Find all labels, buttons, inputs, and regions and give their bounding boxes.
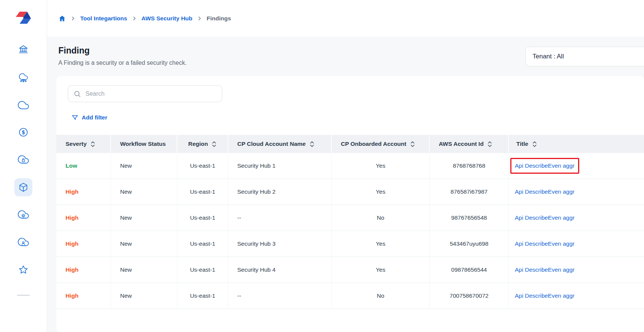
sidebar-item-cloud-network[interactable] <box>14 68 32 86</box>
star-icon <box>18 264 29 275</box>
search-box <box>68 85 222 102</box>
breadcrumb-aws-security-hub[interactable]: AWS Security Hub <box>142 15 192 22</box>
aws-account-id-value: 8768768768 <box>453 162 485 169</box>
column-label: Region <box>188 141 208 147</box>
sidebar-item-favorites[interactable] <box>14 261 32 279</box>
column-header-cp-onboarded-account[interactable]: CP Onboarded Account <box>332 135 430 153</box>
cell-aws-account-id: 09878656544 <box>430 257 509 283</box>
table-row: High New Us-east-1 Security Hub 4 Yes 09… <box>56 257 644 283</box>
workflow-status-value: New <box>120 188 132 195</box>
sidebar-item-billing[interactable]: $ <box>14 123 32 141</box>
workflow-status-value: New <box>120 292 132 299</box>
dollar-icon: $ <box>18 127 29 138</box>
cell-title: Api DescribeEven aggr <box>509 153 644 179</box>
cell-cp-onboarded-account: No <box>332 283 430 309</box>
sort-icon[interactable] <box>410 141 415 148</box>
workflow-status-value: New <box>120 266 132 273</box>
add-filter-button[interactable]: Add filter <box>72 114 107 121</box>
cell-severity: High <box>56 231 111 257</box>
cell-region: Us-east-1 <box>177 179 228 205</box>
sidebar: $ <box>0 0 47 332</box>
cell-workflow-status: New <box>111 283 177 309</box>
cell-aws-account-id: 8768768768 <box>430 153 509 179</box>
cell-title: Api DescribeEven aggr <box>509 231 644 257</box>
table-row: Low New Us-east-1 Security Hub 1 Yes 876… <box>56 153 644 179</box>
sidebar-divider <box>17 295 30 296</box>
breadcrumb-findings: Findings <box>207 15 231 22</box>
finding-title-link[interactable]: Api DescribeEven aggr <box>515 266 575 273</box>
region-value: Us-east-1 <box>190 292 215 299</box>
onboarded-value: No <box>377 214 385 221</box>
region-value: Us-east-1 <box>190 162 215 169</box>
column-header-workflow-status[interactable]: Workflow Status <box>111 135 177 153</box>
aws-account-id-value: 98767656548 <box>451 214 487 221</box>
finding-title-link[interactable]: Api DescribeEven aggr <box>515 292 575 299</box>
column-header-aws-account-id[interactable]: AWS Account Id <box>430 135 509 153</box>
cell-title: Api DescribeEven aggr <box>509 179 644 205</box>
cell-region: Us-east-1 <box>177 257 228 283</box>
sort-icon[interactable] <box>532 141 537 148</box>
home-icon[interactable] <box>58 15 66 22</box>
breadcrumb-tool-integrations[interactable]: Tool Integartions <box>80 15 127 22</box>
column-header-region[interactable]: Region <box>177 135 228 153</box>
finding-title-link[interactable]: Api DescribeEven aggr <box>515 240 575 247</box>
cell-cp-onboarded-account: Yes <box>332 257 430 283</box>
finding-title-link[interactable]: Api DescribeEven aggr <box>515 162 575 169</box>
region-value: Us-east-1 <box>190 240 215 247</box>
column-label: Title <box>516 141 528 147</box>
sidebar-item-cloud[interactable] <box>14 96 32 114</box>
cell-severity: High <box>56 205 111 231</box>
finding-title-link[interactable]: Api DescribeEven aggr <box>515 188 575 195</box>
column-header-title[interactable]: Title <box>509 135 644 153</box>
account-name-value: Security Hub 4 <box>237 266 276 273</box>
cell-aws-account-id: 700758670072 <box>430 283 509 309</box>
sidebar-item-cloud-users[interactable] <box>14 233 32 251</box>
cell-cp-cloud-account-name: -- <box>228 283 332 309</box>
column-header-cp-cloud-account-name[interactable]: CP Cloud Account Name <box>228 135 332 153</box>
sort-icon[interactable] <box>212 141 217 148</box>
workflow-status-value: New <box>120 162 132 169</box>
tenant-filter-label: Tenant : All <box>533 53 564 60</box>
column-label: CP Cloud Account Name <box>237 141 306 147</box>
cell-cp-onboarded-account: No <box>332 205 430 231</box>
sidebar-item-cloud-settings[interactable] <box>14 206 32 224</box>
page-content: Finding A Finding is a security or a fai… <box>47 37 644 332</box>
account-name-value: -- <box>237 292 241 299</box>
onboarded-value: Yes <box>376 266 385 273</box>
cell-cp-onboarded-account: Yes <box>332 231 430 257</box>
cell-cp-cloud-account-name: Security Hub 4 <box>228 257 332 283</box>
sidebar-item-cloud-security[interactable] <box>14 151 32 169</box>
column-label: CP Onboarded Account <box>341 141 406 147</box>
chevron-right-icon <box>132 16 137 21</box>
cell-workflow-status: New <box>111 179 177 205</box>
cell-title: Api DescribeEven aggr <box>509 257 644 283</box>
onboarded-value: Yes <box>376 240 385 247</box>
search-input[interactable] <box>85 90 217 98</box>
sort-icon[interactable] <box>310 141 314 148</box>
table-header-row: Severty Workflow Status Region CP Cloud … <box>56 135 644 153</box>
column-header-severty[interactable]: Severty <box>56 135 111 153</box>
sort-icon[interactable] <box>90 141 95 148</box>
sidebar-item-bank[interactable] <box>14 41 32 59</box>
svg-text:$: $ <box>21 129 25 135</box>
account-name-value: Security Hub 3 <box>237 240 276 247</box>
severity-value: Low <box>66 162 77 169</box>
sidebar-item-resources-active[interactable] <box>14 178 32 196</box>
cloud-icon <box>18 99 29 110</box>
cloud-gear-icon <box>18 209 29 220</box>
table-row: High New Us-east-1 -- No 98767656548 Api… <box>56 205 644 231</box>
annotation-highlight-box: Api DescribeEven aggr <box>515 162 575 169</box>
cell-cp-cloud-account-name: -- <box>228 205 332 231</box>
cell-region: Us-east-1 <box>177 153 228 179</box>
cell-region: Us-east-1 <box>177 283 228 309</box>
table-row: High New Us-east-1 -- No 700758670072 Ap… <box>56 283 644 309</box>
cell-severity: High <box>56 179 111 205</box>
onboarded-value: Yes <box>376 188 385 195</box>
tenant-filter-dropdown[interactable]: Tenant : All <box>525 47 644 66</box>
column-label: Workflow Status <box>120 141 166 147</box>
app-logo[interactable] <box>15 10 32 26</box>
sort-icon[interactable] <box>487 141 492 148</box>
aws-account-id-value: 09878656544 <box>451 266 487 273</box>
finding-title-link[interactable]: Api DescribeEven aggr <box>515 214 575 221</box>
cell-aws-account-id: 543467uyu698 <box>430 231 509 257</box>
